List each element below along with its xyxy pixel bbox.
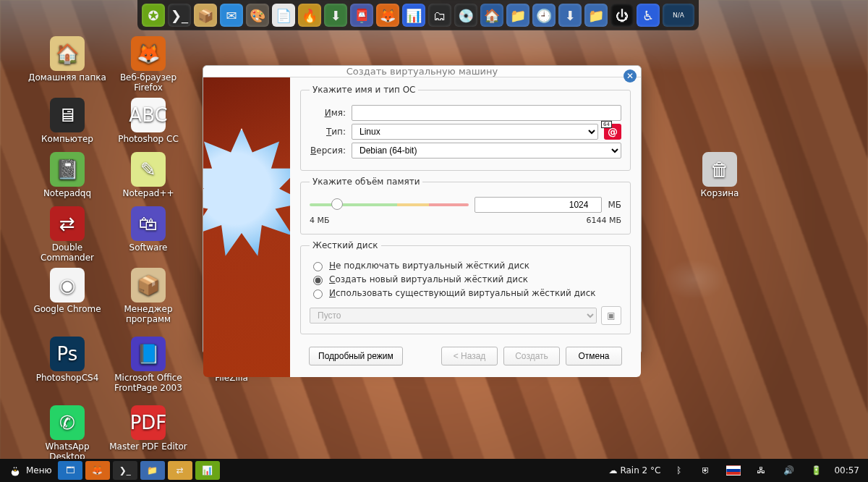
desktop-icon-pscc[interactable]: ABCPhotoshop CC	[109, 98, 188, 145]
dock-office[interactable]: 📄	[272, 4, 295, 27]
dock-folders[interactable]: 🗂	[428, 4, 451, 27]
dock-backups[interactable]: 🕘	[532, 4, 556, 27]
desktop-icon-trash[interactable]: 🗑Корзина	[680, 152, 760, 199]
weather-icon: ☁	[608, 465, 617, 475]
dock-stamp[interactable]: 📮	[350, 4, 373, 27]
top-dock: ✪❯_📦✉🎨📄🔥⬇📮🦊📊🗂💿🏠📁🕘⬇📁⏻♿N/A	[137, 0, 699, 30]
desktop-icon-label: Microsoft Office FrontPage 2003	[109, 373, 188, 394]
disk-use-label: Использовать существующий виртуальный жё…	[329, 288, 596, 298]
desktop-icon-label: Master PDF Editor	[109, 442, 187, 452]
expert-mode-button[interactable]: Подробный режим	[309, 347, 403, 365]
volume-icon[interactable]: 🔊	[776, 461, 801, 480]
desktop-icon-progmgr[interactable]: 📦Менеджер программ	[109, 268, 188, 325]
trash-icon: 🗑	[702, 152, 737, 187]
group-name-os: Укажите имя и тип ОС Имя: Тип: Linux @ 6…	[300, 85, 631, 171]
tux-icon	[9, 464, 22, 477]
dock-access[interactable]: ♿	[637, 4, 660, 27]
desktop-icon-home[interactable]: 🏠Домашняя папка	[27, 36, 107, 83]
desktop-icon-computer[interactable]: 🖥Компьютер	[27, 98, 107, 145]
desktop-icon-notepadqq[interactable]: 📓Notepadqq	[27, 152, 107, 199]
vm-type-select[interactable]: Linux	[352, 124, 598, 140]
dock-burn[interactable]: 💿	[454, 4, 477, 27]
memory-spinbox[interactable]	[475, 197, 602, 213]
dock-gimp[interactable]: 🎨	[246, 4, 269, 27]
desktop-icon-label: Компьютер	[41, 135, 93, 145]
desktop-icon-label: Double Commander	[27, 243, 107, 263]
desktop-icon-mpdf[interactable]: PDFMaster PDF Editor	[109, 405, 188, 452]
desktop-icon-firefox[interactable]: 🦊Веб-браузер Firefox	[109, 36, 188, 93]
desktop-icon-pscs4[interactable]: PsPhotoshopCS4	[27, 337, 107, 384]
desktop-icon-label: Менеджер программ	[109, 305, 188, 325]
desktop-icon-label: Домашняя папка	[28, 73, 106, 83]
disk-existing-select: Пусто	[310, 308, 597, 324]
desktop-icon-frontpage[interactable]: 📘Microsoft Office FrontPage 2003	[109, 337, 188, 394]
debian-os-icon: @ 64	[604, 124, 621, 140]
tray-clock[interactable]: 00:57	[831, 461, 862, 480]
firefox-icon: 🦊	[131, 36, 166, 71]
vm-name-label: Имя:	[310, 108, 346, 118]
create-button: Создать	[503, 347, 560, 365]
taskbar-app-files[interactable]: 📁	[140, 461, 165, 480]
start-menu-button[interactable]: Меню	[6, 461, 55, 480]
close-icon[interactable]: ✕	[624, 69, 637, 83]
back-button: < Назад	[441, 347, 498, 365]
locale-flag[interactable]	[721, 461, 746, 480]
vm-name-input[interactable]	[352, 105, 621, 121]
software-icon: 🛍	[131, 206, 166, 241]
taskbar-app-doublecmd[interactable]: ⇄	[168, 461, 192, 480]
taskbar-app-vbox[interactable]: 📊	[195, 461, 220, 480]
dock-mint[interactable]: ✪	[142, 4, 165, 27]
dock-downloads[interactable]: ⬇	[558, 4, 582, 27]
memory-unit: МБ	[608, 200, 621, 210]
desktop-icon-label: PhotoshopCS4	[36, 373, 99, 384]
dock-archive[interactable]: 📦	[194, 4, 217, 27]
nppp-icon: ✎	[131, 152, 166, 187]
taskbar-app-desktop[interactable]: 🗔	[58, 461, 82, 480]
taskbar-app-firefox[interactable]: 🦊	[85, 461, 110, 480]
dock-docs[interactable]: 📁	[506, 4, 529, 27]
battery-icon[interactable]: 🔋	[804, 461, 828, 480]
dock-torrent[interactable]: ⬇	[324, 4, 347, 27]
vm-type-label: Тип:	[310, 127, 346, 137]
create-vm-dialog: Создать виртуальную машину ✕ Укажите имя…	[203, 65, 642, 355]
desktop-icon-whatsapp[interactable]: ✆WhatsApp Desktop	[27, 405, 107, 462]
frontpage-icon: 📘	[131, 337, 166, 371]
disk-none-radio[interactable]	[313, 262, 323, 271]
dock-mail[interactable]: ✉	[220, 4, 243, 27]
dock-home2[interactable]: 🏠	[480, 4, 503, 27]
progmgr-icon: 📦	[131, 268, 166, 303]
disk-browse-icon: ▣	[601, 306, 621, 325]
disk-create-label: Создать новый виртуальный жёсткий диск	[329, 274, 528, 284]
desktop-icon-label: Google Chrome	[33, 305, 101, 315]
shield-icon[interactable]: ⛨	[694, 461, 718, 480]
pscs4-icon: Ps	[50, 337, 85, 371]
cancel-button[interactable]: Отмена	[566, 347, 622, 365]
weather-widget[interactable]: ☁ Rain 2 °C	[605, 461, 663, 480]
disk-use-radio[interactable]	[313, 289, 323, 299]
group-memory: Укажите объём памяти МБ 4 МБ 6144 МБ	[300, 177, 631, 234]
dock-netspeed[interactable]: N/A	[663, 4, 694, 27]
desktop-icon-chrome[interactable]: ◉Google Chrome	[27, 268, 107, 315]
disk-none-label: Не подключать виртуальный жёсткий диск	[329, 261, 529, 271]
dock-art[interactable]: 🔥	[298, 4, 321, 27]
memory-slider[interactable]	[310, 200, 469, 209]
vm-version-label: Версия:	[310, 145, 346, 156]
taskbar-app-terminal[interactable]: ❯_	[113, 461, 137, 480]
desktop-icon-software[interactable]: 🛍Software	[109, 206, 188, 253]
dialog-content: Укажите имя и тип ОС Имя: Тип: Linux @ 6…	[290, 77, 641, 377]
dock-vbox[interactable]: 📊	[402, 4, 425, 27]
group-name-os-legend: Укажите имя и тип ОС	[310, 85, 418, 95]
memory-slider-thumb[interactable]	[331, 198, 343, 210]
dock-firefox2[interactable]: 🦊	[376, 4, 399, 27]
disk-create-radio[interactable]	[313, 276, 323, 285]
dock-power[interactable]: ⏻	[610, 4, 634, 27]
desktop-icon-nppp[interactable]: ✎Notepad++	[109, 152, 188, 199]
desktop-icon-doublecmd[interactable]: ⇄Double Commander	[27, 206, 107, 263]
pscc-icon: ABC	[131, 98, 166, 132]
network-icon[interactable]: 🖧	[749, 461, 773, 480]
dialog-titlebar[interactable]: Создать виртуальную машину ✕	[203, 66, 641, 77]
bluetooth-icon[interactable]: ᛒ	[666, 461, 691, 480]
vm-version-select[interactable]: Debian (64-bit)	[352, 143, 621, 158]
dock-files2[interactable]: 📁	[584, 4, 608, 27]
dock-terminal[interactable]: ❯_	[168, 4, 191, 27]
